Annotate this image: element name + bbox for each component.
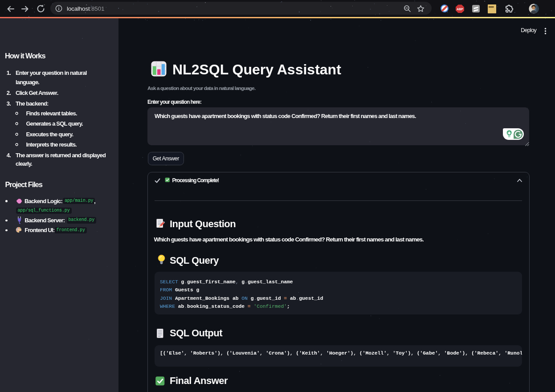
- svg-text:ABP: ABP: [457, 7, 463, 10]
